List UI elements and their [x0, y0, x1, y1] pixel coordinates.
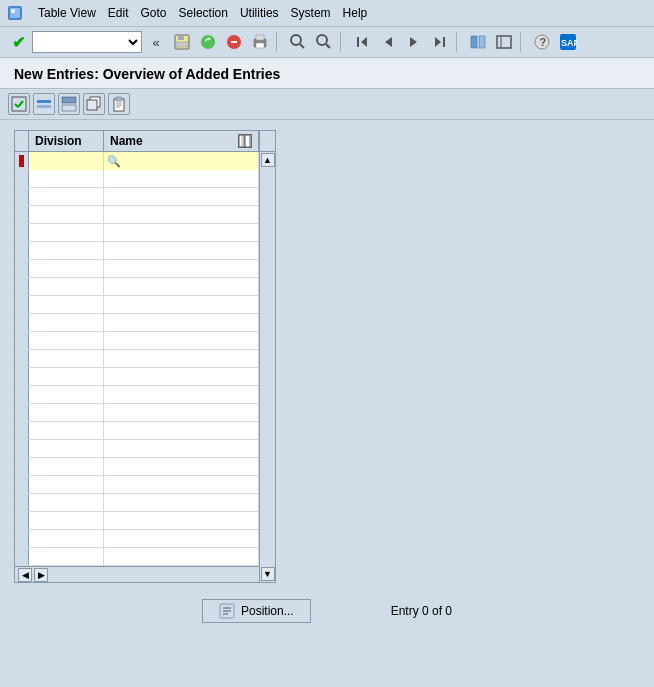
expand-button[interactable] — [492, 30, 516, 54]
cell-name[interactable] — [104, 206, 259, 224]
cell-name[interactable] — [104, 278, 259, 296]
cell-name[interactable] — [104, 440, 259, 458]
table-row[interactable] — [15, 440, 259, 458]
cell-division[interactable] — [29, 458, 104, 476]
cell-name-1[interactable]: 🔍 — [104, 152, 259, 170]
cell-division[interactable] — [29, 440, 104, 458]
cell-division[interactable] — [29, 386, 104, 404]
cell-name[interactable] — [104, 512, 259, 530]
search-icon[interactable]: 🔍 — [107, 155, 121, 168]
table-row[interactable] — [15, 530, 259, 548]
cell-division[interactable] — [29, 512, 104, 530]
save-button[interactable] — [170, 30, 194, 54]
select-all-button[interactable] — [8, 93, 30, 115]
cell-name[interactable] — [104, 350, 259, 368]
cell-name[interactable] — [104, 548, 259, 566]
menu-selection[interactable]: Selection — [173, 4, 234, 22]
table-row[interactable] — [15, 386, 259, 404]
menu-goto[interactable]: Goto — [135, 4, 173, 22]
cell-name[interactable] — [104, 422, 259, 440]
cell-division[interactable] — [29, 404, 104, 422]
cell-name[interactable] — [104, 296, 259, 314]
refresh-button[interactable] — [196, 30, 220, 54]
table-row[interactable] — [15, 458, 259, 476]
vertical-scrollbar[interactable]: ▲ ▼ — [259, 152, 275, 582]
table-row[interactable] — [15, 314, 259, 332]
find-button[interactable] — [286, 30, 310, 54]
cell-division[interactable] — [29, 188, 104, 206]
cell-name[interactable] — [104, 188, 259, 206]
table-row[interactable] — [15, 476, 259, 494]
cell-division[interactable] — [29, 314, 104, 332]
command-dropdown[interactable] — [32, 31, 142, 53]
cell-division-1[interactable] — [29, 152, 104, 170]
previous-button[interactable] — [376, 30, 400, 54]
cell-name[interactable] — [104, 458, 259, 476]
column-settings-icon[interactable] — [238, 134, 252, 148]
cell-division[interactable] — [29, 548, 104, 566]
table-row[interactable] — [15, 242, 259, 260]
cell-name[interactable] — [104, 494, 259, 512]
table-row[interactable] — [15, 350, 259, 368]
cell-name[interactable] — [104, 368, 259, 386]
scroll-down-button[interactable]: ▼ — [261, 567, 275, 581]
last-button[interactable] — [428, 30, 452, 54]
nav-back-button[interactable]: « — [144, 30, 168, 54]
menu-edit[interactable]: Edit — [102, 4, 135, 22]
table-row[interactable] — [15, 260, 259, 278]
paste-button[interactable] — [108, 93, 130, 115]
cell-division[interactable] — [29, 260, 104, 278]
table-row[interactable] — [15, 170, 259, 188]
menu-table-view[interactable]: Table View — [32, 4, 102, 22]
cell-name[interactable] — [104, 314, 259, 332]
cell-division[interactable] — [29, 530, 104, 548]
cell-division[interactable] — [29, 278, 104, 296]
find-next-button[interactable]: + — [312, 30, 336, 54]
cell-division[interactable] — [29, 242, 104, 260]
table-row[interactable] — [15, 368, 259, 386]
cell-division[interactable] — [29, 206, 104, 224]
deselect-button[interactable] — [33, 93, 55, 115]
menu-system[interactable]: System — [285, 4, 337, 22]
table-row[interactable] — [15, 296, 259, 314]
print-button[interactable] — [248, 30, 272, 54]
table-row[interactable] — [15, 422, 259, 440]
scroll-left-button[interactable]: ◀ — [18, 568, 32, 582]
table-row[interactable]: 🔍 — [15, 152, 259, 170]
table-row[interactable] — [15, 404, 259, 422]
cell-name[interactable] — [104, 386, 259, 404]
scroll-right-button[interactable]: ▶ — [34, 568, 48, 582]
cell-division[interactable] — [29, 332, 104, 350]
help-button[interactable]: ? — [530, 30, 554, 54]
sap-button[interactable]: SAP — [556, 30, 580, 54]
scroll-up-button[interactable]: ▲ — [261, 153, 275, 167]
cell-name[interactable] — [104, 332, 259, 350]
details-button[interactable] — [466, 30, 490, 54]
stop-button[interactable] — [222, 30, 246, 54]
cell-division[interactable] — [29, 350, 104, 368]
cell-division[interactable] — [29, 170, 104, 188]
cell-division[interactable] — [29, 224, 104, 242]
first-button[interactable] — [350, 30, 374, 54]
cell-division[interactable] — [29, 368, 104, 386]
col-header-name[interactable]: Name — [104, 131, 259, 151]
select-block-button[interactable] — [58, 93, 80, 115]
cell-division[interactable] — [29, 476, 104, 494]
table-row[interactable] — [15, 188, 259, 206]
table-row[interactable] — [15, 548, 259, 566]
cell-name[interactable] — [104, 404, 259, 422]
cell-name[interactable] — [104, 170, 259, 188]
cell-division[interactable] — [29, 296, 104, 314]
cell-name[interactable] — [104, 224, 259, 242]
cell-division[interactable] — [29, 494, 104, 512]
next-button[interactable] — [402, 30, 426, 54]
cell-name[interactable] — [104, 242, 259, 260]
table-row[interactable] — [15, 224, 259, 242]
cell-name[interactable] — [104, 530, 259, 548]
checkmark-button[interactable]: ✔ — [6, 30, 30, 54]
table-row[interactable] — [15, 494, 259, 512]
horizontal-scrollbar[interactable]: ◀ ▶ — [15, 566, 259, 582]
cell-division[interactable] — [29, 422, 104, 440]
cell-name[interactable] — [104, 260, 259, 278]
cell-name[interactable] — [104, 476, 259, 494]
